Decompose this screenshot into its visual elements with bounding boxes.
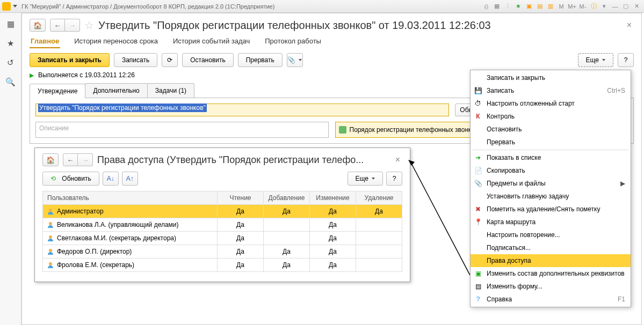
status-text: Выполняется с 19.03.2011 12:26: [38, 71, 135, 79]
tb-calc-icon[interactable]: ▦: [492, 2, 502, 11]
menu-items-files[interactable]: 📎Предметы и файлы▶: [471, 177, 631, 190]
refresh-button[interactable]: ⟲ Обновить: [42, 172, 99, 186]
sort-desc-button[interactable]: A↑: [122, 172, 138, 186]
clip-icon: 📎: [474, 179, 482, 188]
modal-back-button[interactable]: ←: [63, 153, 78, 166]
col-add[interactable]: Добавление: [264, 191, 310, 205]
help-button[interactable]: ?: [618, 53, 634, 67]
access-rights-dialog: 🏠 ← → Права доступа (Утвердить "Порядок …: [34, 147, 410, 282]
modal-forward-button[interactable]: →: [78, 153, 93, 166]
tb-info-icon[interactable]: ⓘ: [589, 2, 598, 11]
list-icon: ➜: [474, 153, 482, 162]
table-row[interactable]: Федоров О.П. (директор)ДаДаДа: [43, 245, 402, 258]
menu-access-rights[interactable]: Права доступа: [471, 254, 631, 267]
title-input-value: Утвердить "Порядок регистрации телефонны…: [38, 104, 207, 112]
menu-deferred[interactable]: ⏱Настроить отложенный старт: [471, 97, 631, 110]
form-icon: ▤: [474, 282, 482, 291]
modal-toolbar: ⟲ Обновить A↓ A↑ Еще ?: [42, 172, 402, 186]
k-icon: К: [474, 112, 482, 121]
col-del[interactable]: Удаление: [356, 191, 402, 205]
copy-icon: 📄: [474, 166, 482, 175]
tb-print-icon[interactable]: ⎙: [481, 2, 491, 11]
attach-button[interactable]: 📎: [287, 53, 303, 67]
menu-show-list[interactable]: ➜Показать в списке: [471, 151, 631, 164]
more-label: Еще: [586, 56, 599, 64]
tb-m-icon[interactable]: M: [556, 2, 566, 11]
play-icon: ▶: [30, 72, 34, 79]
menu-edit-form[interactable]: ▤Изменить форму...: [471, 280, 631, 293]
menu-abort[interactable]: Прервать: [471, 136, 631, 149]
menu-extra-fields[interactable]: ▣Изменить состав дополнительных реквизит…: [471, 267, 631, 280]
tb-star-icon[interactable]: ★: [513, 2, 523, 11]
window-close-icon[interactable]: ✕: [632, 2, 641, 11]
tb-mplus-icon[interactable]: M+: [567, 2, 577, 11]
app-icon: [2, 2, 11, 11]
desc-placeholder: Описание: [39, 124, 69, 132]
col-read[interactable]: Чтение: [218, 191, 264, 205]
abort-button[interactable]: Прервать: [238, 53, 283, 67]
user-icon: [47, 262, 54, 269]
tb-dd-icon[interactable]: ▾: [599, 2, 609, 11]
stop-button[interactable]: Остановить: [182, 53, 234, 67]
main-toolbar: Записать и закрыть Записать ⟳ Остановить…: [30, 53, 634, 67]
menu-save[interactable]: 💾ЗаписатьCtrl+S: [471, 84, 631, 97]
modal-help-button[interactable]: ?: [386, 172, 402, 186]
page-close-icon[interactable]: ×: [625, 20, 634, 30]
modal-title: Права доступа (Утвердить "Порядок регист…: [97, 154, 364, 166]
tb-calendar-icon[interactable]: ▥: [546, 2, 555, 11]
process-icon-button[interactable]: ⟳: [162, 53, 178, 67]
col-edit[interactable]: Изменение: [310, 191, 356, 205]
save-button[interactable]: Записать: [114, 53, 157, 67]
rail-history-icon[interactable]: ↺: [6, 58, 16, 68]
col-user[interactable]: Пользователь: [43, 191, 218, 205]
menu-repeat[interactable]: Настроить повторение...: [471, 228, 631, 241]
tab-history[interactable]: История переносов срока: [73, 35, 159, 48]
menu-subscribe[interactable]: Подписаться...: [471, 241, 631, 254]
save-close-button[interactable]: Записать и закрыть: [30, 53, 110, 67]
window-maximize-icon[interactable]: ▢: [621, 2, 631, 11]
menu-save-close[interactable]: Записать и закрыть: [471, 71, 631, 84]
home-button[interactable]: 🏠: [30, 19, 46, 32]
rail-star-icon[interactable]: ★: [6, 39, 16, 48]
tb-folder-icon[interactable]: ▣: [524, 2, 534, 11]
menu-mark-delete[interactable]: ✖Пометить на удаление/Снять пометку: [471, 203, 631, 216]
title-input[interactable]: Утвердить "Порядок регистрации телефонны…: [35, 104, 449, 116]
tb-mminus-icon[interactable]: M-: [578, 2, 588, 11]
tab-protocol[interactable]: Протокол работы: [264, 35, 322, 48]
app-menu-dropdown[interactable]: [13, 5, 17, 8]
table-row[interactable]: Светлакова М.И. (секретарь директора)ДаД…: [43, 232, 402, 245]
tb-sep-icon: ⋮: [503, 2, 512, 11]
menu-set-main[interactable]: Установить главную задачу: [471, 190, 631, 203]
modal-more-label: Еще: [356, 175, 368, 182]
sort-asc-button[interactable]: A↓: [103, 172, 119, 186]
modal-close-icon[interactable]: ×: [393, 155, 402, 165]
tb-clipboard-icon[interactable]: ▤: [535, 2, 545, 11]
submenu-arrow-icon: ▶: [620, 180, 625, 187]
menu-help[interactable]: ?СправкаF1: [471, 293, 631, 306]
tab-events[interactable]: История событий задач: [172, 35, 251, 48]
description-input[interactable]: Описание: [35, 122, 329, 138]
modal-home-button[interactable]: 🏠: [42, 153, 59, 166]
table-row[interactable]: АдминистраторДаДаДаДа: [43, 205, 402, 218]
forward-button[interactable]: →: [65, 19, 80, 32]
rail-apps-icon[interactable]: ▦: [6, 19, 16, 29]
tab-main[interactable]: Главное: [30, 35, 60, 48]
route-icon: 📍: [474, 218, 482, 226]
menu-control[interactable]: ККонтроль: [471, 110, 631, 123]
back-button[interactable]: ←: [50, 19, 65, 32]
menu-copy[interactable]: 📄Скопировать: [471, 164, 631, 177]
menu-route-map[interactable]: 📍Карта маршрута: [471, 216, 631, 228]
table-row[interactable]: Фролова Е.М. (секретарь)ДаДаДа: [43, 258, 402, 272]
favorite-star-icon[interactable]: ☆: [84, 19, 94, 32]
table-row[interactable]: Великанова Л.А. (управляющий делами)ДаДа: [43, 218, 402, 232]
menu-stop[interactable]: Остановить: [471, 123, 631, 136]
modal-more-button[interactable]: Еще: [348, 172, 383, 186]
rail-search-icon[interactable]: 🔍: [6, 77, 16, 87]
subtab-approve[interactable]: Утверждение: [30, 84, 85, 98]
window-title: ГК "Меркурий" / Администратор / Документ…: [21, 3, 481, 10]
user-icon: [47, 235, 54, 242]
subtab-tasks[interactable]: Задачи (1): [147, 83, 194, 98]
more-button[interactable]: Еще: [578, 53, 613, 67]
subtab-extra[interactable]: Дополнительно: [85, 83, 147, 98]
window-minimize-icon[interactable]: —: [610, 2, 620, 11]
